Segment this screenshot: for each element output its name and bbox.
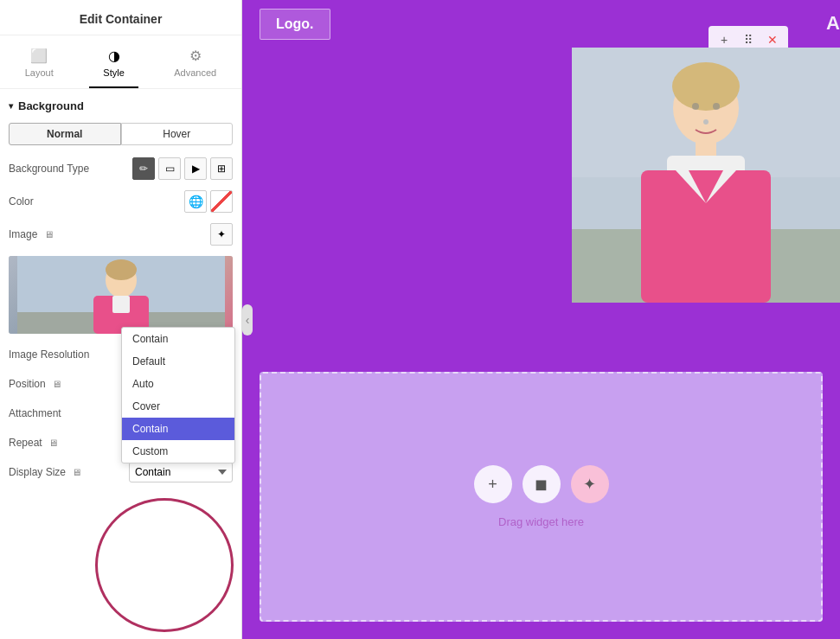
tab-style-label: Style [103, 67, 124, 78]
color-label: Color [9, 195, 184, 208]
color-globe-btn[interactable]: 🌐 [184, 190, 207, 213]
svg-point-18 [703, 119, 709, 125]
logo-box: Logo. [260, 9, 330, 40]
background-type-row: Background Type ✏ ▭ ▶ ⊞ [9, 157, 233, 180]
bg-type-image-btn[interactable]: ⊞ [210, 157, 233, 180]
canvas-image-svg [572, 48, 840, 303]
color-controls: 🌐 [184, 190, 233, 213]
arrow-icon: ▾ [9, 101, 13, 111]
panel-title: Edit Container [0, 0, 241, 35]
repeat-label: Repeat 🖥 [9, 437, 129, 449]
drag-widget-text: Drag widget here [498, 515, 584, 528]
image-controls: ✦ [210, 223, 233, 246]
bg-type-pen-btn[interactable]: ✏ [132, 157, 155, 180]
drop-icons: + ◼ ✦ [474, 465, 609, 503]
display-size-label: Display Size 🖥 [9, 466, 129, 478]
gear-icon: ⚙ [189, 48, 202, 64]
tabs-row: ⬜ Layout ◑ Style ⚙ Advanced [0, 35, 241, 89]
background-section-header: ▾ Background [9, 99, 233, 112]
advanced-label: A [826, 12, 840, 35]
bg-type-video-btn[interactable]: ▶ [184, 157, 207, 180]
style-icon: ◑ [108, 48, 120, 64]
canvas-drop-zone[interactable]: + ◼ ✦ Drag widget here [260, 372, 823, 622]
svg-point-3 [106, 259, 137, 280]
canvas-image-section [242, 48, 840, 303]
canvas-divider [242, 303, 840, 372]
display-size-select[interactable]: Contain Default Auto Cover Custom [129, 462, 233, 482]
image-label: Image 🖥 [9, 228, 210, 240]
panel-resize-handle[interactable] [242, 304, 253, 335]
repeat-monitor-icon: 🖥 [48, 438, 58, 448]
image-resolution-label: Image Resolution [9, 348, 129, 361]
hover-button[interactable]: Hover [121, 123, 234, 145]
tab-layout[interactable]: ⬜ Layout [11, 42, 67, 88]
left-panel: Edit Container ⬜ Layout ◑ Style ⚙ Advanc… [0, 0, 242, 639]
image-magic-btn[interactable]: ✦ [210, 223, 233, 246]
background-type-label: Background Type [9, 163, 132, 175]
panel-body: ▾ Background Normal Hover Background Typ… [0, 89, 241, 639]
tab-advanced[interactable]: ⚙ Advanced [160, 42, 230, 88]
svg-point-17 [713, 103, 720, 110]
normal-button[interactable]: Normal [9, 123, 121, 145]
dd-cover[interactable]: Cover [122, 395, 234, 418]
position-label: Position 🖥 [9, 378, 129, 390]
image-preview-inner [9, 256, 233, 334]
svg-rect-13 [641, 170, 771, 303]
background-label: Background [18, 99, 84, 112]
drop-folder-btn[interactable]: ◼ [523, 465, 561, 503]
normal-hover-toggle: Normal Hover [9, 123, 233, 145]
image-preview[interactable] [9, 256, 233, 334]
dd-contain-selected[interactable]: Contain [122, 418, 234, 440]
dd-contain[interactable]: Contain [122, 328, 234, 350]
display-size-row: Display Size 🖥 Contain Default Auto Cove… [9, 462, 233, 482]
right-canvas: Logo. + ⠿ ✕ A [242, 0, 840, 639]
dd-default[interactable]: Default [122, 350, 234, 373]
background-type-controls: ✏ ▭ ▶ ⊞ [132, 157, 233, 180]
tab-layout-label: Layout [25, 67, 54, 78]
color-row: Color 🌐 [9, 190, 233, 213]
drop-magic-btn[interactable]: ✦ [571, 465, 609, 503]
tab-style[interactable]: ◑ Style [89, 42, 138, 88]
preview-image-svg [17, 256, 225, 334]
svg-rect-5 [112, 296, 130, 313]
svg-point-16 [692, 103, 699, 110]
display-size-monitor-icon: 🖥 [72, 467, 81, 477]
image-monitor-icon: 🖥 [44, 229, 54, 240]
display-size-dropdown: Contain Default Auto Cover Contain Custo… [121, 327, 235, 463]
dd-auto[interactable]: Auto [122, 373, 234, 395]
position-monitor-icon: 🖥 [52, 379, 61, 389]
color-slash-btn[interactable] [210, 190, 233, 213]
bg-type-square-btn[interactable]: ▭ [158, 157, 181, 180]
dd-custom[interactable]: Custom [122, 440, 234, 463]
svg-point-10 [672, 62, 740, 111]
dropdown-highlight-circle [95, 498, 234, 632]
layout-icon: ⬜ [30, 48, 48, 64]
drop-add-btn[interactable]: + [474, 465, 512, 503]
attachment-label: Attachment [9, 407, 129, 419]
tab-advanced-label: Advanced [174, 67, 216, 78]
image-row: Image 🖥 ✦ [9, 223, 233, 246]
canvas-photo [572, 48, 840, 303]
